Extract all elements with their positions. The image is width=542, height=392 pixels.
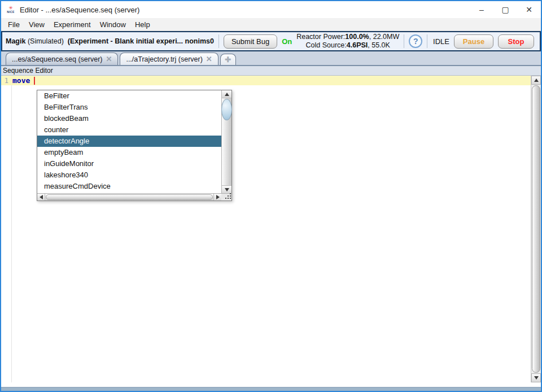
line-number: 1 bbox=[1, 77, 10, 85]
autocomplete-item[interactable]: measureCmdDevice bbox=[37, 181, 221, 192]
gutter-divider bbox=[11, 76, 12, 382]
scroll-up-icon[interactable] bbox=[531, 76, 541, 85]
submit-bug-button[interactable]: Submit Bug bbox=[224, 34, 277, 49]
help-icon[interactable]: ? bbox=[409, 34, 422, 48]
minimize-icon[interactable]: – bbox=[470, 1, 493, 18]
cold-source-label: Cold Source: bbox=[306, 41, 347, 49]
autocomplete-popup: BeFilter BeFilterTrans blockedBeam count… bbox=[37, 90, 232, 201]
menu-help[interactable]: Help bbox=[130, 19, 155, 30]
scroll-up-icon[interactable] bbox=[222, 90, 231, 98]
grip-dots-icon bbox=[225, 198, 226, 199]
editor-window: ✳ NICE Editor - ...es/aSequence.seq (ser… bbox=[0, 0, 542, 392]
popup-vertical-scrollbar[interactable] bbox=[221, 90, 231, 193]
reactor-status: Reactor Power:100.0%, 22.0MW Cold Source… bbox=[296, 33, 399, 50]
popup-scroll-thumb[interactable] bbox=[221, 99, 232, 120]
popup-resize-grip[interactable] bbox=[221, 194, 231, 201]
cold-source-value: 4.6PSI bbox=[347, 41, 368, 49]
scroll-left-icon[interactable] bbox=[37, 194, 45, 201]
code-text: move bbox=[12, 76, 30, 85]
popup-horizontal-scrollbar[interactable] bbox=[37, 194, 221, 201]
scroll-right-icon[interactable] bbox=[213, 194, 221, 201]
user-name: nonims0 bbox=[185, 37, 214, 45]
autocomplete-item[interactable]: counter bbox=[37, 124, 221, 136]
nice-app-icon: ✳ NICE bbox=[6, 5, 16, 15]
beam-status: On bbox=[282, 37, 292, 46]
toolbar-separator bbox=[404, 34, 404, 48]
toolbar-separator bbox=[218, 34, 219, 48]
nice-logo-text: NICE bbox=[7, 10, 15, 14]
scroll-down-icon[interactable] bbox=[531, 373, 541, 382]
title-bar: ✳ NICE Editor - ...es/aSequence.seq (ser… bbox=[1, 1, 541, 18]
close-tab-icon[interactable]: ✕ bbox=[106, 55, 112, 63]
autocomplete-item-selected[interactable]: detectorAngle bbox=[37, 136, 221, 147]
reactor-power-label: Reactor Power: bbox=[296, 33, 345, 41]
run-state-label: IDLE bbox=[433, 37, 449, 46]
autocomplete-list: BeFilter BeFilterTrans blockedBeam count… bbox=[37, 90, 221, 193]
stop-button[interactable]: Stop bbox=[498, 34, 534, 49]
autocomplete-item[interactable]: BeFilterTrans bbox=[37, 102, 221, 113]
sequence-editor[interactable]: 1 move BeFilter BeFilterTrans blockedBea… bbox=[1, 76, 541, 387]
pause-button[interactable]: Pause bbox=[454, 34, 493, 49]
editor-scroll-thumb[interactable] bbox=[532, 85, 540, 373]
menu-file[interactable]: File bbox=[3, 19, 24, 30]
menu-bar: File View Experiment Window Help bbox=[1, 18, 541, 31]
window-title: Editor - ...es/aSequence.seq (server) bbox=[20, 6, 139, 14]
popup-hscroll-thumb[interactable] bbox=[46, 194, 213, 200]
menu-window[interactable]: Window bbox=[95, 19, 130, 30]
scroll-down-icon[interactable] bbox=[222, 185, 231, 193]
tab-sequence[interactable]: ...es/aSequence.seq (server) ✕ bbox=[6, 53, 118, 65]
tab-bar: ...es/aSequence.seq (server) ✕ .../aTraj… bbox=[1, 51, 541, 66]
close-tab-icon[interactable]: ✕ bbox=[206, 55, 212, 63]
experiment-name: (Experiment - Blank initial experi... bbox=[68, 37, 183, 45]
editor-line[interactable]: 1 move bbox=[1, 76, 531, 85]
window-bottom-edge bbox=[1, 387, 541, 391]
tab-label: ...es/aSequence.seq (server) bbox=[12, 55, 103, 63]
autocomplete-item[interactable]: BeFilter bbox=[37, 90, 221, 102]
tab-trajectory[interactable]: .../aTrajectory.trj (server) ✕ bbox=[120, 53, 218, 65]
client-mode: (Simulated) bbox=[28, 37, 64, 45]
reactor-power-value: 100.0% bbox=[345, 33, 369, 41]
session-info: Magik (Simulated) (Experiment - Blank in… bbox=[6, 37, 214, 45]
panel-title: Sequence Editor bbox=[1, 66, 541, 76]
status-toolbar: Magik (Simulated) (Experiment - Blank in… bbox=[1, 31, 541, 51]
toolbar-separator bbox=[427, 34, 427, 48]
text-caret bbox=[34, 77, 35, 85]
close-icon[interactable]: ✕ bbox=[517, 1, 541, 18]
reactor-power-extra: , 22.0MW bbox=[369, 33, 400, 41]
reactor-power-line: Reactor Power:100.0%, 22.0MW bbox=[296, 33, 399, 41]
editor-vertical-scrollbar[interactable] bbox=[531, 76, 541, 382]
maximize-icon[interactable]: ▢ bbox=[493, 1, 517, 18]
autocomplete-item[interactable]: lakeshore340 bbox=[37, 169, 221, 181]
cold-source-line: Cold Source:4.6PSI, 55.0K bbox=[306, 41, 390, 50]
autocomplete-item[interactable]: emptyBeam bbox=[37, 147, 221, 158]
window-controls: – ▢ ✕ bbox=[470, 1, 541, 18]
nice-star-icon: ✳ bbox=[8, 6, 13, 10]
client-name: Magik bbox=[6, 37, 25, 45]
autocomplete-item[interactable]: blockedBeam bbox=[37, 113, 221, 124]
autocomplete-item[interactable]: inGuideMonitor bbox=[37, 158, 221, 169]
menu-view[interactable]: View bbox=[24, 19, 49, 30]
tab-label: .../aTrajectory.trj (server) bbox=[126, 55, 202, 63]
menu-experiment[interactable]: Experiment bbox=[49, 19, 95, 30]
cold-source-extra: , 55.0K bbox=[368, 41, 390, 49]
add-tab-icon[interactable]: ✚ bbox=[220, 54, 236, 65]
